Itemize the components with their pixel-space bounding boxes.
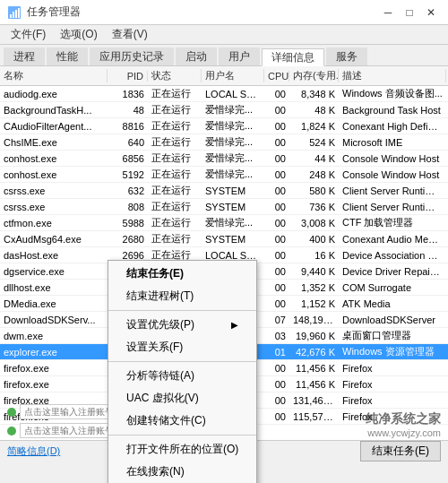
ctx-item-label: 创建转储文件(C) — [126, 413, 206, 428]
cell-name: dasHost.exe — [0, 249, 108, 262]
ctx-item-label: 打开文件所在的位置(O) — [126, 442, 238, 457]
tab-services[interactable]: 服务 — [326, 47, 367, 65]
cell-desc: Conexant High Definiti... — [339, 120, 446, 133]
green-dot-2 — [7, 427, 16, 436]
table-row[interactable]: CxAudMsg64.exe 2680 正在运行 SYSTEM 00 400 K… — [0, 231, 448, 247]
ctx-menu-item[interactable]: UAC 虚拟化(V) — [108, 387, 256, 410]
col-header-cpu[interactable]: CPU — [264, 71, 289, 82]
cell-desc: Microsoft IME — [339, 136, 446, 149]
col-header-desc[interactable]: 描述 — [339, 69, 446, 82]
ctx-separator — [108, 310, 256, 311]
cell-cpu: 00 — [264, 120, 289, 133]
col-header-name[interactable]: 名称 — [0, 69, 108, 82]
cell-mem: 580 K — [289, 185, 339, 197]
cell-status: 正在运行 — [148, 86, 202, 101]
cell-desc: Background Task Host — [339, 104, 446, 116]
ctx-menu-item[interactable]: 打开文件所在的位置(O) — [108, 438, 256, 461]
ctx-menu-item[interactable]: 在线搜索(N) — [108, 461, 256, 483]
table-row[interactable]: CAudioFilterAgent... 8816 正在运行 爱惜绿完... 0… — [0, 118, 448, 134]
cell-mem: 1,824 K — [289, 120, 339, 133]
ctx-menu-item[interactable]: 分析等待链(A) — [108, 365, 256, 387]
end-task-button[interactable]: 结束任务(E) — [360, 441, 441, 461]
cell-mem: 19,960 K — [289, 330, 339, 342]
cell-user: 爱惜绿完... — [202, 167, 264, 182]
minimize-button[interactable]: ─ — [378, 4, 398, 22]
ctx-menu-item[interactable]: 结束进程树(T) — [108, 285, 256, 307]
cell-name: conhost.exe — [0, 168, 108, 181]
menu-file[interactable]: 文件(F) — [4, 25, 53, 44]
cell-mem: 736 K — [289, 201, 339, 213]
cell-cpu: 00 — [264, 378, 289, 391]
ctx-menu-item[interactable]: 设置关系(F) — [108, 336, 256, 358]
menu-view[interactable]: 查看(V) — [105, 25, 155, 44]
cell-cpu: 00 — [264, 410, 289, 423]
cell-name: ChsIME.exe — [0, 136, 108, 149]
cell-cpu: 00 — [264, 362, 289, 375]
cell-mem: 248 K — [289, 168, 339, 181]
tab-performance[interactable]: 性能 — [47, 47, 88, 65]
tab-users[interactable]: 用户 — [219, 47, 260, 65]
cell-name: dgservice.exe — [0, 265, 108, 278]
cell-user: SYSTEM — [202, 233, 264, 246]
cell-desc: Windows 音频设备图... — [339, 86, 446, 101]
cell-status: 正在运行 — [148, 134, 202, 150]
cell-cpu: 00 — [264, 217, 289, 229]
table-row[interactable]: BackgroundTaskH... 48 正在运行 爱惜绿完... 00 48… — [0, 102, 448, 118]
ctx-item-label: 分析等待链(A) — [126, 368, 194, 384]
menu-options[interactable]: 选项(O) — [53, 25, 104, 44]
table-row[interactable]: audiodg.exe 1836 正在运行 LOCAL SE... 00 8,3… — [0, 86, 448, 102]
col-header-user[interactable]: 用户名 — [202, 69, 264, 82]
menu-bar: 文件(F) 选项(O) 查看(V) — [0, 25, 448, 45]
app-icon — [7, 5, 22, 20]
svg-rect-1 — [10, 14, 12, 18]
cell-desc: Console Window Host — [339, 168, 446, 181]
cell-mem: 148,196 K — [289, 314, 339, 326]
table-row[interactable]: csrss.exe 808 正在运行 SYSTEM 00 736 K Clien… — [0, 199, 448, 215]
svg-rect-2 — [13, 12, 14, 18]
cell-desc: Conexant Audio Messa... — [339, 233, 446, 246]
ctx-item-label: 设置关系(F) — [126, 340, 183, 355]
cell-name: ctfmon.exe — [0, 217, 108, 229]
cell-desc: COM Surrogate — [339, 281, 446, 294]
window-title: 任务管理器 — [27, 4, 81, 20]
col-header-mem[interactable]: 内存(专用... — [289, 69, 339, 82]
table-row[interactable]: ChsIME.exe 640 正在运行 爱惜绿完... 00 524 K Mic… — [0, 134, 448, 151]
col-header-status[interactable]: 状态 — [148, 69, 202, 82]
cell-cpu: 00 — [264, 394, 289, 407]
submenu-arrow: ▶ — [231, 320, 238, 330]
brief-info-link[interactable]: 简略信息(D) — [7, 444, 60, 458]
ctx-item-label: 结束任务(E) — [126, 266, 184, 281]
col-header-pid[interactable]: PID — [108, 71, 148, 82]
close-button[interactable]: ✕ — [421, 4, 441, 22]
cell-desc: Client Server Runtime ... — [339, 201, 446, 213]
cell-desc: Device Association Fr... — [339, 249, 446, 262]
cell-cpu: 00 — [264, 201, 289, 213]
tab-processes[interactable]: 进程 — [4, 47, 45, 65]
table-row[interactable]: csrss.exe 632 正在运行 SYSTEM 00 580 K Clien… — [0, 183, 448, 199]
ctx-menu-item[interactable]: 创建转储文件(C) — [108, 410, 256, 432]
cell-cpu: 00 — [264, 265, 289, 278]
tabs-bar: 进程 性能 应用历史记录 启动 用户 详细信息 服务 — [0, 45, 448, 66]
table-row[interactable]: conhost.exe 5192 正在运行 爱惜绿完... 00 248 K C… — [0, 167, 448, 183]
cell-user: 爱惜绿完... — [202, 118, 264, 134]
ctx-item-label: 在线搜索(N) — [126, 464, 185, 479]
tab-details[interactable]: 详细信息 — [262, 48, 324, 66]
tab-app-history[interactable]: 应用历史记录 — [90, 47, 174, 65]
cell-name: audiodg.exe — [0, 88, 108, 100]
ctx-item-label: 设置优先级(P) — [126, 317, 194, 332]
ctx-menu-item[interactable]: 结束任务(E) — [108, 263, 256, 285]
cell-user: 爱惜绿完... — [202, 215, 264, 230]
table-row[interactable]: conhost.exe 6856 正在运行 爱惜绿完... 00 44 K Co… — [0, 151, 448, 167]
cell-mem: 42,676 K — [289, 346, 339, 358]
cell-name: dwm.exe — [0, 330, 108, 342]
tab-startup[interactable]: 启动 — [176, 47, 217, 65]
cell-name: csrss.exe — [0, 201, 108, 213]
cell-pid: 640 — [108, 136, 148, 149]
cell-pid: 6856 — [108, 152, 148, 165]
maximize-button[interactable]: □ — [400, 4, 419, 22]
cell-user: SYSTEM — [202, 201, 264, 213]
cell-mem: 48 K — [289, 104, 339, 116]
cell-pid: 2680 — [108, 233, 148, 246]
table-row[interactable]: ctfmon.exe 5988 正在运行 爱惜绿完... 00 3,008 K … — [0, 215, 448, 231]
ctx-menu-item[interactable]: 设置优先级(P)▶ — [108, 314, 256, 336]
